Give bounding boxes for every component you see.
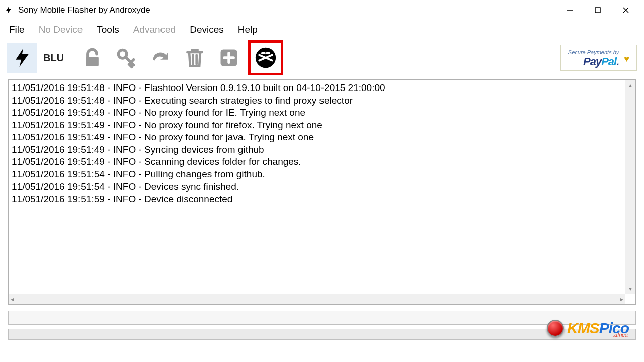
scroll-up-icon: ▴	[629, 82, 632, 89]
menu-help[interactable]: Help	[233, 22, 263, 37]
vertical-scrollbar[interactable]: ▴▾	[625, 80, 635, 294]
trash-button[interactable]	[180, 43, 210, 73]
heart-icon: ♥	[624, 54, 629, 64]
log-panel: 11/051/2016 19:51:48 - INFO - Flashtool …	[8, 79, 636, 305]
log-content[interactable]: 11/051/2016 19:51:48 - INFO - Flashtool …	[9, 80, 635, 290]
menu-tools[interactable]: Tools	[92, 22, 124, 37]
log-line: 11/051/2016 19:51:49 - INFO - No proxy f…	[12, 131, 632, 144]
status-bar	[8, 311, 636, 325]
mode-label: BLU	[43, 52, 64, 64]
watermark-sub: .africa	[613, 332, 628, 338]
scroll-right-icon: ▸	[620, 296, 623, 303]
svg-rect-1	[595, 8, 600, 13]
log-line: 11/051/2016 19:51:48 - INFO - Flashtool …	[12, 82, 632, 95]
log-line: 11/051/2016 19:51:49 - INFO - No proxy f…	[12, 119, 632, 132]
menu-devices[interactable]: Devices	[185, 22, 229, 37]
log-line: 11/051/2016 19:51:59 - INFO - Device dis…	[12, 193, 632, 206]
xperifirm-highlight	[248, 40, 283, 75]
menu-file[interactable]: File	[4, 22, 30, 37]
close-button[interactable]	[612, 1, 640, 19]
maximize-button[interactable]	[584, 1, 612, 19]
watermark: KMSPico .africa	[547, 320, 629, 337]
flash-button[interactable]	[7, 43, 37, 73]
log-line: 11/051/2016 19:51:54 - INFO - Pulling ch…	[12, 168, 632, 181]
titlebar: Sony Mobile Flasher by Androxyde	[0, 0, 644, 20]
scroll-left-icon: ◂	[11, 296, 14, 303]
log-line: 11/051/2016 19:51:54 - INFO - Devices sy…	[12, 180, 632, 193]
log-line: 11/051/2016 19:51:48 - INFO - Executing …	[12, 95, 632, 107]
paypal-logo: PayPal.	[568, 55, 619, 68]
xperifirm-button[interactable]	[252, 44, 280, 72]
window-title: Sony Mobile Flasher by Androxyde	[18, 5, 555, 15]
add-button[interactable]	[214, 43, 244, 73]
menubar: File No Device Tools Advanced Devices He…	[0, 20, 644, 39]
toolbar: BLU Secure Payments by PayPal. ♥	[0, 39, 644, 79]
log-line: 11/051/2016 19:51:49 - INFO - Scanning d…	[12, 156, 632, 168]
red-button-icon	[547, 320, 564, 337]
horizontal-scrollbar[interactable]: ◂▸	[9, 294, 625, 304]
log-line: 11/051/2016 19:51:49 - INFO - Syncing de…	[12, 144, 632, 156]
unlock-button[interactable]	[77, 43, 107, 73]
window-controls	[555, 1, 640, 19]
progress-bar	[8, 329, 636, 340]
minimize-button[interactable]	[555, 1, 584, 19]
svg-rect-4	[86, 57, 99, 66]
paypal-donate[interactable]: Secure Payments by PayPal. ♥	[560, 45, 637, 71]
redo-button[interactable]	[145, 43, 176, 73]
menu-advanced: Advanced	[128, 22, 181, 37]
menu-no-device: No Device	[34, 22, 88, 37]
paypal-secure-label: Secure Payments by	[568, 49, 619, 55]
key-button[interactable]	[111, 43, 141, 73]
scroll-down-icon: ▾	[629, 285, 632, 292]
log-line: 11/051/2016 19:51:49 - INFO - No proxy f…	[12, 107, 632, 119]
app-lightning-icon	[4, 3, 13, 17]
